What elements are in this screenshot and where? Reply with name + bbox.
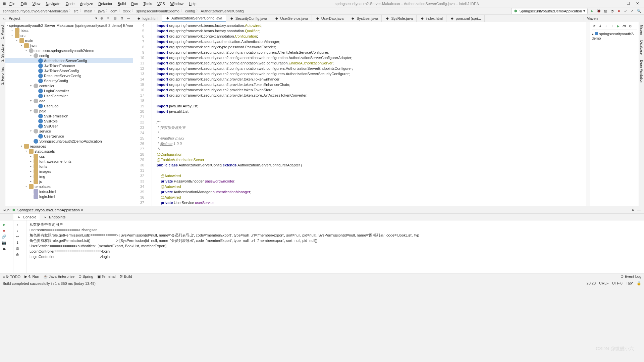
- file-encoding[interactable]: UTF-8: [612, 281, 623, 286]
- tree-node[interactable]: ▾resources: [5, 144, 133, 149]
- tool-stripe-button[interactable]: Database: [639, 38, 644, 57]
- tree-node[interactable]: JwtTokenEnhancer: [5, 63, 133, 68]
- run-settings-icon[interactable]: ⚙: [631, 208, 636, 212]
- tree-node[interactable]: ▸fonts: [5, 164, 133, 169]
- editor-tab[interactable]: ◆UserDao.java: [312, 15, 347, 22]
- event-log-button[interactable]: ⊙ Event Log: [621, 274, 641, 279]
- close-button[interactable]: ✕: [633, 1, 640, 6]
- clear-icon[interactable]: 🗑: [15, 252, 20, 257]
- run-tab-endpoints[interactable]: ▸Endpoints: [40, 214, 69, 220]
- tool-stripe-button[interactable]: Maven: [639, 22, 644, 38]
- up-icon[interactable]: ↑: [15, 222, 20, 227]
- maven-panel[interactable]: ⟳ ⬇ ↓ + ▶ m ⊘ ▸ springsecurityoauth2-dem…: [590, 22, 639, 206]
- menu-refactor[interactable]: Refactor: [96, 2, 115, 6]
- line-separator[interactable]: CRLF: [599, 281, 609, 286]
- editor-tab[interactable]: ◆SysRole.java: [382, 15, 416, 22]
- reimport-icon[interactable]: ⟳: [592, 23, 596, 28]
- attach-icon[interactable]: 🔗: [1, 234, 7, 239]
- tree-node[interactable]: UserDao: [5, 103, 133, 108]
- coverage-button[interactable]: ▧: [603, 9, 608, 13]
- tree-node[interactable]: ▾controller: [5, 83, 133, 88]
- vcs-update-button[interactable]: ↙: [623, 9, 628, 13]
- down-icon[interactable]: ↓: [15, 228, 20, 233]
- tool-stripe-button[interactable]: 2: Favorites: [0, 64, 5, 87]
- readonly-icon[interactable]: 🔒: [637, 281, 641, 286]
- breadcrumb-item[interactable]: springsecurityoauth2demo: [136, 9, 179, 13]
- bottom-tool-button[interactable]: ⚒ Build: [119, 274, 132, 279]
- generate-sources-icon[interactable]: ⬇: [598, 23, 602, 28]
- close-run-tab[interactable]: ×: [81, 208, 83, 212]
- menu-edit[interactable]: Edit: [18, 2, 30, 6]
- maven-panel-label[interactable]: Maven: [584, 16, 644, 20]
- menu-build[interactable]: Build: [115, 2, 128, 6]
- overview-ruler[interactable]: [586, 22, 590, 206]
- settings-icon[interactable]: ⚙: [119, 16, 124, 21]
- menu-tools[interactable]: Tools: [141, 2, 155, 6]
- code-editor[interactable]: 4567891011121314151617181920212223242526…: [133, 22, 590, 206]
- tree-node[interactable]: ▾templates: [5, 184, 133, 189]
- editor-tab[interactable]: ◆login.html: [133, 15, 162, 22]
- tree-node[interactable]: SysUser: [5, 123, 133, 128]
- run-config-selector[interactable]: ⬢ Springsecurityoauth2DemoApplication ▾: [511, 8, 588, 14]
- maven-root[interactable]: springsecurityoauth2-demo: [592, 32, 634, 40]
- run-button[interactable]: ▶: [590, 9, 594, 13]
- menu-code[interactable]: Code: [63, 2, 77, 6]
- breadcrumb-item[interactable]: xxxx: [123, 9, 130, 13]
- bottom-tool-button[interactable]: ▶ 4: Run: [24, 274, 39, 279]
- tree-node[interactable]: ▾config: [5, 53, 133, 58]
- tree-node[interactable]: ▾java: [5, 43, 133, 48]
- print-icon[interactable]: 🖶: [15, 246, 20, 251]
- tree-node[interactable]: ▾service: [5, 128, 133, 134]
- menu-view[interactable]: View: [30, 2, 43, 6]
- add-icon[interactable]: +: [610, 23, 614, 28]
- menu-file[interactable]: File: [7, 2, 18, 6]
- tree-node[interactable]: LoginController: [5, 88, 133, 93]
- editor-tab[interactable]: ◆SysUser.java: [347, 15, 382, 22]
- code-area[interactable]: import org.springframework.beans.factory…: [152, 22, 586, 206]
- editor-tab[interactable]: ◆pom.xml (spri...: [446, 15, 485, 22]
- profile-button[interactable]: ◔: [610, 9, 614, 13]
- tree-node[interactable]: ▾.idea: [5, 28, 133, 33]
- toggle-offline-icon[interactable]: ⊘: [628, 23, 633, 28]
- run-maven-icon[interactable]: ▶: [616, 23, 621, 28]
- hide-run-icon[interactable]: —: [637, 208, 641, 212]
- tree-node[interactable]: SecurityConfig: [5, 78, 133, 83]
- tree-node[interactable]: AuthorizationServerConfig: [5, 58, 133, 63]
- bottom-tool-button[interactable]: ▣ Terminal: [97, 274, 115, 279]
- tree-node[interactable]: ▸font-awesome.fonts: [5, 159, 133, 164]
- tool-stripe-button[interactable]: 1: Project: [0, 22, 5, 42]
- tree-node[interactable]: ResourceServerConfig: [5, 73, 133, 78]
- menu-run[interactable]: Run: [128, 2, 141, 6]
- indent[interactable]: Tab*: [626, 281, 633, 286]
- collapse-all-icon[interactable]: ⊟: [113, 16, 117, 21]
- caret-position[interactable]: 20:23: [587, 281, 596, 286]
- breadcrumb-item[interactable]: java: [98, 9, 105, 13]
- tree-node[interactable]: ▾pojo: [5, 108, 133, 113]
- editor-tab[interactable]: ◆index.html: [417, 15, 446, 22]
- tree-node[interactable]: SysRole: [5, 118, 133, 123]
- select-opened-file-icon[interactable]: ⊕: [99, 16, 104, 21]
- debug-button[interactable]: 🐞: [596, 9, 601, 13]
- bottom-tool-button[interactable]: ⊙ Spring: [78, 274, 93, 279]
- rerun-icon[interactable]: ▶: [1, 222, 7, 227]
- tree-node[interactable]: ▾springsecurityoauth2-Server-Makaixuan […: [5, 23, 133, 28]
- execute-icon[interactable]: m: [622, 23, 627, 28]
- project-tree[interactable]: ▾springsecurityoauth2-Server-Makaixuan […: [5, 22, 133, 206]
- scroll-end-icon[interactable]: ⤓: [15, 240, 20, 245]
- exit-icon[interactable]: ⏏: [1, 246, 7, 251]
- vcs-commit-button[interactable]: ✓: [630, 9, 635, 13]
- tree-node[interactable]: Springsecurityoauth2DemoApplication: [5, 139, 133, 144]
- breadcrumb-item[interactable]: AuthorizationServerConfig: [201, 9, 244, 13]
- menu-window[interactable]: Window: [168, 2, 186, 6]
- soft-wrap-icon[interactable]: ↩: [15, 234, 20, 239]
- tree-node[interactable]: ▾dao: [5, 98, 133, 103]
- bottom-tool-button[interactable]: ≡ 6: TODO: [3, 275, 20, 279]
- tree-node[interactable]: ▾src: [5, 33, 133, 38]
- breadcrumb-item[interactable]: com: [110, 9, 117, 13]
- expand-all-icon[interactable]: ≡: [106, 16, 111, 21]
- menu-help[interactable]: Help: [186, 2, 199, 6]
- menu-analyze[interactable]: Analyze: [77, 2, 96, 6]
- bottom-tool-button[interactable]: ☕ Java Enterprise: [43, 274, 74, 279]
- run-tab-console[interactable]: ▸Console: [13, 214, 40, 220]
- breadcrumb-item[interactable]: src: [73, 9, 78, 13]
